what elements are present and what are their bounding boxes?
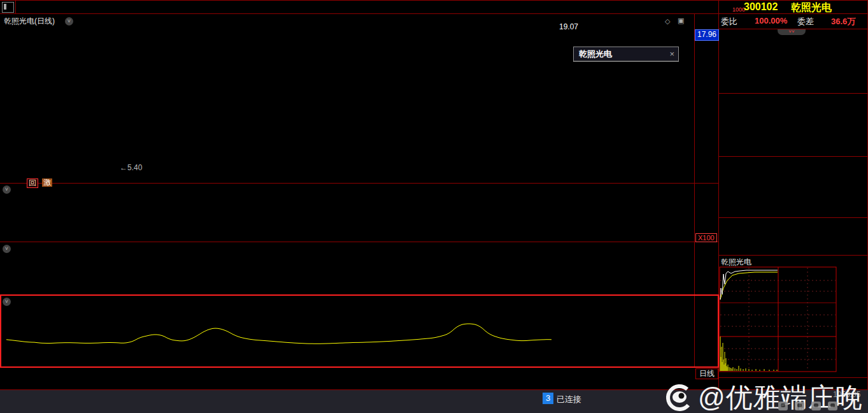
- event-badge-ji[interactable]: 激: [42, 178, 52, 187]
- vr-panel-selection-border: [0, 294, 719, 368]
- vol-collapse-icon[interactable]: ˅: [3, 185, 11, 194]
- notice-icon[interactable]: [778, 402, 788, 410]
- weibi-value: 100.00%: [755, 16, 787, 25]
- weibo-logo-icon: [664, 382, 695, 413]
- orderbook-collapse-pill[interactable]: ˅˅: [778, 29, 806, 35]
- charts-canvas: [0, 0, 868, 413]
- weibi-label: 委比: [721, 16, 737, 27]
- tdx-app-window: 乾照光电(日线) ˅ ◇ ▣ 17.96 19.07 ←5.40 回 激 ˅ X…: [0, 0, 868, 413]
- alert-icon[interactable]: [828, 402, 837, 410]
- panel-layout-icon[interactable]: ▣: [678, 17, 684, 25]
- connection-status: 已连接: [557, 394, 581, 405]
- collapse-chevron-icon[interactable]: ˅: [65, 17, 73, 25]
- crosshair-price-box: 17.96: [695, 29, 719, 41]
- message-icon[interactable]: [795, 402, 804, 410]
- close-icon[interactable]: ×: [669, 47, 674, 61]
- stock-code: 300102: [744, 1, 778, 13]
- weicha-label: 委差: [797, 16, 814, 27]
- popup-title-text: 乾照光电: [579, 49, 612, 59]
- mini-chart-title: 乾照光电: [721, 257, 751, 268]
- weicha-value: 36.6万: [831, 16, 855, 27]
- kline-info-popup: 乾照光电 ×: [573, 47, 679, 62]
- connection-count-badge[interactable]: 3: [543, 393, 553, 404]
- vr-collapse-icon[interactable]: ˅: [3, 298, 11, 306]
- layout-window-icon[interactable]: [2, 2, 14, 13]
- diamond-icon[interactable]: ◇: [665, 17, 670, 25]
- chart-title: 乾照光电(日线): [4, 16, 55, 27]
- broadcast-icon[interactable]: [811, 402, 821, 410]
- vol-unit-label: X100: [695, 233, 717, 242]
- period-indicator: 日线: [695, 368, 718, 379]
- popup-title: 乾照光电 ×: [574, 47, 678, 61]
- high-price-annotation: 19.07: [559, 22, 578, 31]
- event-badge-hui[interactable]: 回: [27, 178, 38, 188]
- stock-name: 乾照光电: [791, 1, 832, 15]
- macd-collapse-icon[interactable]: ˅: [3, 245, 11, 253]
- low-price-annotation: ←5.40: [120, 163, 142, 172]
